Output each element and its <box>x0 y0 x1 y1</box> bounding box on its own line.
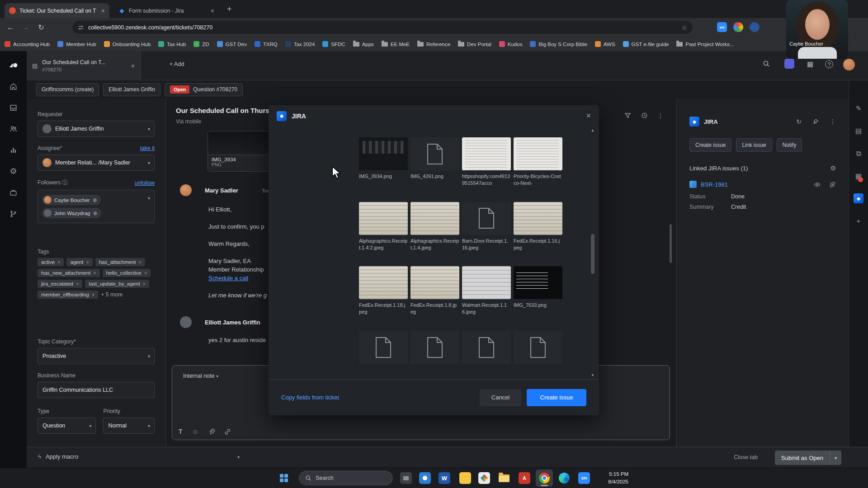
zendesk-product-logo[interactable] <box>5 56 22 74</box>
reporting-icon[interactable] <box>5 141 22 159</box>
acrobat-app-icon[interactable]: A <box>516 469 533 487</box>
tasks-app-icon[interactable]: ▤ <box>853 126 864 136</box>
file-tile[interactable] <box>410 331 459 367</box>
create-issue-button[interactable]: Create issue <box>689 138 731 152</box>
extension-icon[interactable] <box>733 22 743 32</box>
events-history-icon[interactable] <box>641 112 648 119</box>
remove-icon[interactable]: × <box>143 281 146 286</box>
tag-chip[interactable]: agent× <box>66 258 92 266</box>
jira-app-icon[interactable]: ◆ <box>854 193 863 203</box>
type-select[interactable]: Question ▾ <box>38 418 96 434</box>
chevron-down-icon[interactable]: ▾ <box>830 455 841 460</box>
notify-button[interactable]: Notify <box>777 138 802 152</box>
help-icon[interactable]: ? <box>825 60 833 68</box>
browser-tab-jira[interactable]: ◆ Form submission - Jira × <box>114 3 219 18</box>
attach-file-icon[interactable] <box>208 428 215 435</box>
remove-icon[interactable]: × <box>93 270 96 276</box>
chevron-down-icon[interactable]: ▾ <box>237 455 240 460</box>
unfollow-link[interactable]: unfollow <box>135 180 155 186</box>
scroll-down-icon[interactable]: ▼ <box>590 373 595 377</box>
admin-gear-icon[interactable]: ⚙ <box>5 163 22 180</box>
file-tile[interactable]: Walmart.Receipt.1.16.jpeg <box>462 266 511 315</box>
zoom-extension-icon[interactable]: zm <box>717 22 727 32</box>
tag-chip[interactable]: last_update_by_agent× <box>85 280 149 288</box>
file-tile[interactable]: FedEx.Receipt.1.18.jpeg <box>359 266 408 315</box>
word-app-icon[interactable]: W <box>436 469 453 487</box>
remove-icon[interactable]: × <box>86 259 89 265</box>
follower-chip[interactable]: John Wazydrag ⊗ <box>42 208 101 218</box>
new-tab-button[interactable]: + <box>227 5 232 14</box>
linked-issue-row[interactable]: BSR-1981 <box>689 181 836 188</box>
file-tile[interactable]: Alphagraphics.Receipt.1.4.jpeg <box>410 202 459 251</box>
extension-icon[interactable] <box>750 22 760 32</box>
remove-icon[interactable]: × <box>92 292 94 297</box>
close-icon[interactable]: × <box>586 111 591 121</box>
breadcrumb-ticket[interactable]: Open Question #708270 <box>165 83 243 96</box>
bookmark-ee-mee-folder[interactable]: EE MeE <box>382 42 410 47</box>
breadcrumb-organization[interactable]: Griffincomms (create) <box>36 83 99 96</box>
refresh-icon[interactable]: ↻ <box>796 118 802 125</box>
tag-chip[interactable]: active× <box>38 258 64 266</box>
apps-grid-icon[interactable]: ▦ <box>807 60 813 68</box>
more-tags-link[interactable]: + 5 more <box>101 291 123 298</box>
reload-icon[interactable]: ↻ <box>33 23 49 32</box>
filter-icon[interactable] <box>624 112 631 119</box>
taskbar-search[interactable]: Search <box>299 471 393 485</box>
file-tile[interactable] <box>462 331 511 367</box>
bookmark-member-hub[interactable]: Member Hub <box>57 41 96 47</box>
file-tile[interactable]: Priority-Bicycles-Costco-Next- <box>514 137 562 187</box>
dialog-scrollbar[interactable]: ▲ ▼ <box>590 128 595 377</box>
task-view-icon[interactable] <box>397 469 415 487</box>
remove-icon[interactable]: × <box>57 259 60 265</box>
bookmark-tax-2024[interactable]: Tax 2024 <box>285 41 315 47</box>
tag-chip[interactable]: has_attachment× <box>95 258 145 266</box>
remove-icon[interactable]: × <box>144 270 147 276</box>
more-options-icon[interactable]: ⋮ <box>657 112 664 119</box>
link-issue-button[interactable]: Link issue <box>736 138 772 152</box>
bookmark-gst-efile-guide[interactable]: GST e-file guide <box>623 41 669 47</box>
file-tile[interactable]: httpsshopify.com49139515547acco <box>462 137 511 187</box>
copy-fields-link[interactable]: Copy fields from ticket <box>281 394 474 401</box>
customers-icon[interactable] <box>5 120 22 137</box>
add-app-icon[interactable]: + <box>853 215 864 226</box>
file-tile[interactable]: Barn.Door.Receipt.1.16.jpeg <box>462 202 511 251</box>
tab-close-icon[interactable]: × <box>101 7 105 14</box>
bookmark-apps-folder[interactable]: Apps <box>353 42 374 47</box>
tag-chip[interactable]: hello_collective× <box>103 269 151 277</box>
follower-chip[interactable]: Caytie Boucher ⊗ <box>42 195 101 205</box>
file-tile[interactable]: FedEx.Receipt.1.8.jpeg <box>410 266 459 315</box>
file-tile[interactable]: IMG_7633.png <box>514 266 562 315</box>
unlink-icon[interactable] <box>829 181 836 188</box>
site-settings-icon[interactable] <box>78 24 84 31</box>
file-tile[interactable]: FedEx.Receipt.1.16.jpeg <box>514 202 562 251</box>
bookmark-kudos[interactable]: Kudos <box>499 41 523 47</box>
bookmark-accounting-hub[interactable]: Accounting Hub <box>5 41 50 47</box>
submit-as-open-button[interactable]: Submit as Open ▾ <box>775 450 841 465</box>
browser-tab-ticket[interactable]: Ticket: Our Scheduled Call on T × <box>5 3 109 18</box>
topic-category-select[interactable]: Proactive ▾ <box>38 348 155 364</box>
integrations-icon[interactable] <box>5 205 22 222</box>
bookmark-reference-folder[interactable]: Reference <box>417 42 450 47</box>
workspace-icon[interactable] <box>5 184 22 201</box>
file-explorer-icon[interactable] <box>495 469 513 487</box>
composer-channel-tab[interactable]: Internal note ▾ <box>183 373 218 379</box>
issue-key-link[interactable]: BSR-1981 <box>701 181 805 188</box>
teams-app-icon[interactable] <box>416 469 434 487</box>
take-it-link[interactable]: take it <box>140 145 155 151</box>
ticket-tab-close-icon[interactable]: × <box>131 62 135 70</box>
open-ticket-tab[interactable]: ▤ Our Scheduled Call on T... #708270 × <box>27 51 141 80</box>
bookmark-past-project-works-folder[interactable]: Past Project Works... <box>676 42 734 47</box>
bookmark-zd[interactable]: ZD <box>193 41 209 47</box>
url-bar[interactable]: collective5900.zendesk.com/agent/tickets… <box>72 21 693 34</box>
home-icon[interactable] <box>5 78 22 95</box>
followers-field[interactable]: Caytie Boucher ⊗ John Wazydrag ⊗ ▾ <box>38 190 155 223</box>
close-tab-button[interactable]: Close tab <box>734 454 758 460</box>
remove-icon[interactable]: × <box>76 281 79 286</box>
create-issue-button[interactable]: Create issue <box>527 389 586 406</box>
tags-field[interactable]: active× agent× has_attachment× has_new_a… <box>38 258 155 299</box>
taskbar-clock[interactable]: 5:15 PM 8/4/2025 <box>585 470 628 486</box>
schedule-a-call-link[interactable]: Schedule a call <box>208 275 248 282</box>
remove-icon[interactable]: ⊗ <box>93 210 97 216</box>
scrollbar-thumb[interactable] <box>591 234 594 274</box>
business-name-input[interactable]: Griffin Communications LLC <box>38 382 155 398</box>
